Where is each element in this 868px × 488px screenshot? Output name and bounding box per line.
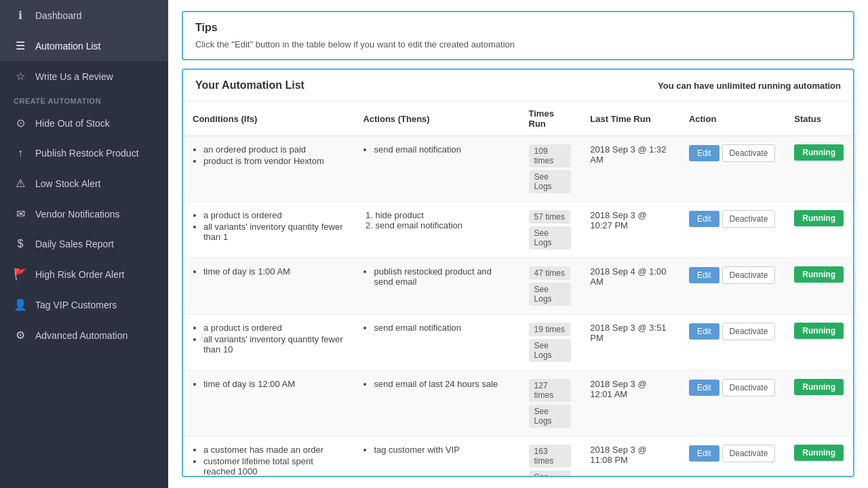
low-stock-alert-icon: ⚠ [14,177,27,190]
col-actions: Actions (Thens) [353,102,519,136]
hide-out-of-stock-icon: ⊙ [14,117,27,129]
sidebar-item-label-daily-sales-report: Daily Sales Report [35,239,114,249]
see-logs-badge-1[interactable]: See Logs [529,226,572,249]
cell-conditions-4: time of day is 12:00 AM [183,371,353,436]
sidebar-item-hide-out-of-stock[interactable]: ⊙Hide Out of Stock [0,108,168,138]
status-badge-3: Running [794,323,844,339]
sidebar-item-dashboard[interactable]: ℹDashboard [0,0,168,30]
see-logs-badge-5[interactable]: See Logs [529,470,572,476]
action-item: send email notification [374,144,509,155]
table-row: a product is orderedall variants' invent… [183,314,853,371]
cell-times-run-4: 127 timesSee Logs [519,371,581,436]
times-badge-5[interactable]: 163 times [529,445,572,468]
sidebar-item-publish-restock[interactable]: ↑Publish Restock Product [0,138,168,168]
sidebar-item-label-tag-vip: Tag VIP Customers [35,300,117,310]
sidebar-item-advanced-automation[interactable]: ⚙Advanced Automation [0,320,168,350]
cell-action-3: EditDeactivate [679,314,785,371]
automation-panel-subtitle: You can have unlimited running automatio… [658,81,841,91]
deactivate-button-1[interactable]: Deactivate [722,210,776,228]
automation-panel: Your Automation List You can have unlimi… [182,68,854,477]
deactivate-button-3[interactable]: Deactivate [722,323,776,340]
table-header-row: Conditions (Ifs) Actions (Thens) Times R… [183,102,853,136]
see-logs-badge-3[interactable]: See Logs [529,339,572,362]
publish-restock-icon: ↑ [14,147,27,159]
condition-item: an ordered product is paid [203,144,344,155]
cell-last-time-run-4: 2018 Sep 3 @ 12:01 AM [580,371,679,436]
times-badge-4[interactable]: 127 times [529,379,572,402]
cell-actions-1: hide productsend email notification [353,202,519,258]
sidebar-item-daily-sales-report[interactable]: $Daily Sales Report [0,229,168,259]
edit-button-5[interactable]: Edit [689,445,719,462]
table-row: time of day is 1:00 AMpublish restocked … [183,258,853,314]
cell-actions-0: send email notification [353,136,519,202]
condition-item: time of day is 1:00 AM [203,266,344,277]
see-logs-badge-2[interactable]: See Logs [529,283,572,306]
edit-button-4[interactable]: Edit [689,380,719,396]
condition-item: all variants' inventory quantity fewer t… [203,222,344,242]
edit-button-3[interactable]: Edit [689,323,719,340]
cell-last-time-run-2: 2018 Sep 4 @ 1:00 AM [580,258,679,314]
cell-times-run-0: 109 timesSee Logs [519,136,581,202]
cell-action-1: EditDeactivate [679,202,785,258]
action-item: send email of last 24 hours sale [374,379,509,389]
cell-action-0: EditDeactivate [679,136,785,202]
cell-conditions-2: time of day is 1:00 AM [183,258,353,314]
sidebar-item-label-dashboard: Dashboard [35,10,82,21]
sidebar-item-label-hide-out-of-stock: Hide Out of Stock [35,118,110,129]
table-row: a customer has made an ordercustomer lif… [183,436,853,476]
cell-actions-5: tag customer with VIP [353,436,519,476]
deactivate-button-2[interactable]: Deactivate [722,266,776,284]
table-row: an ordered product is paidproduct is fro… [183,136,853,202]
cell-status-0: Running [785,136,853,202]
see-logs-badge-0[interactable]: See Logs [529,170,572,193]
col-action: Action [679,102,785,136]
col-conditions: Conditions (Ifs) [183,102,353,136]
daily-sales-report-icon: $ [14,238,27,250]
deactivate-button-4[interactable]: Deactivate [722,379,776,396]
times-badge-2[interactable]: 47 times [529,266,570,280]
sidebar-item-label-automation-list: Automation List [35,41,101,52]
condition-item: a product is ordered [203,210,344,220]
tips-text: Click the "Edit" button in the table bel… [195,39,841,49]
sidebar-item-label-high-risk-order: High Risk Order Alert [35,269,124,280]
condition-item: customer lifetime total spent reached 10… [203,456,344,476]
sidebar-item-label-write-review: Write Us a Review [35,71,113,82]
times-badge-1[interactable]: 57 times [529,210,570,224]
sidebar-item-label-publish-restock: Publish Restock Product [35,148,139,159]
cell-status-5: Running [785,436,853,476]
sidebar-item-tag-vip[interactable]: 👤Tag VIP Customers [0,289,168,320]
times-badge-0[interactable]: 109 times [529,144,572,167]
cell-actions-4: send email of last 24 hours sale [353,371,519,436]
action-item: publish restocked product and send email [374,266,509,287]
deactivate-button-5[interactable]: Deactivate [722,445,776,462]
sidebar-item-high-risk-order[interactable]: 🚩High Risk Order Alert [0,259,168,289]
cell-conditions-1: a product is orderedall variants' invent… [183,202,353,258]
table-row: time of day is 12:00 AMsend email of las… [183,371,853,436]
sidebar-item-automation-list[interactable]: ☰Automation List [0,30,168,61]
cell-times-run-3: 19 timesSee Logs [519,314,581,371]
edit-button-0[interactable]: Edit [689,145,719,161]
cell-actions-2: publish restocked product and send email [353,258,519,314]
automation-table: Conditions (Ifs) Actions (Thens) Times R… [183,102,853,476]
cell-action-2: EditDeactivate [679,258,785,314]
sidebar-item-low-stock-alert[interactable]: ⚠Low Stock Alert [0,168,168,199]
times-badge-3[interactable]: 19 times [529,323,570,336]
advanced-automation-icon: ⚙ [14,329,27,342]
action-item: tag customer with VIP [374,445,509,455]
deactivate-button-0[interactable]: Deactivate [722,144,776,162]
tips-box: Tips Click the "Edit" button in the tabl… [182,11,854,60]
cell-last-time-run-0: 2018 Sep 3 @ 1:32 AM [580,136,679,202]
status-badge-1: Running [794,210,844,226]
table-row: a product is orderedall variants' invent… [183,202,853,258]
action-item: send email notification [374,323,509,333]
col-times-run: Times Run [519,102,581,136]
sidebar-item-write-review[interactable]: ☆Write Us a Review [0,61,168,92]
cell-status-3: Running [785,314,853,371]
edit-button-2[interactable]: Edit [689,267,719,283]
condition-item: a customer has made an order [203,445,344,455]
see-logs-badge-4[interactable]: See Logs [529,405,572,428]
cell-last-time-run-1: 2018 Sep 3 @ 10:27 PM [580,202,679,258]
cell-conditions-3: a product is orderedall variants' invent… [183,314,353,371]
edit-button-1[interactable]: Edit [689,211,719,227]
sidebar-item-vendor-notifications[interactable]: ✉Vendor Notifications [0,199,168,229]
